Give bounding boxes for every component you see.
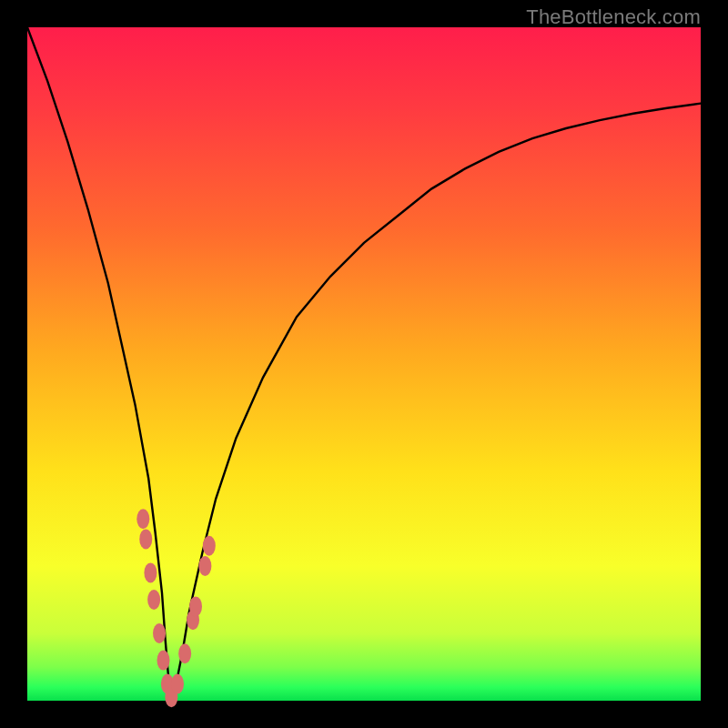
highlight-dot (153, 623, 166, 643)
highlight-dot (171, 674, 184, 694)
highlight-dot (198, 556, 211, 576)
highlight-dot (178, 643, 191, 663)
bottleneck-curve (27, 27, 701, 701)
highlight-dots (136, 509, 216, 707)
highlight-dot (144, 562, 157, 582)
highlight-dot (139, 529, 152, 549)
plot-area (27, 27, 701, 701)
highlight-dot (147, 590, 160, 610)
highlight-dot (136, 509, 149, 529)
watermark-text: TheBottleneck.com (526, 5, 701, 29)
chart-svg (27, 27, 701, 701)
highlight-dot (189, 596, 202, 616)
highlight-dot (203, 536, 216, 556)
highlight-dot (157, 651, 169, 671)
chart-frame: TheBottleneck.com (0, 0, 728, 728)
